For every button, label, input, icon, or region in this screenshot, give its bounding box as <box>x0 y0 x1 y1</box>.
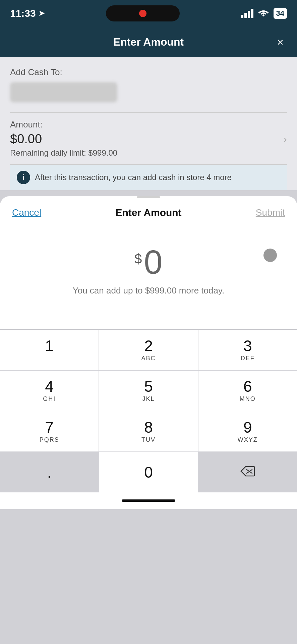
key-1[interactable]: 1 <box>0 330 99 370</box>
key-0[interactable]: 0 <box>99 452 198 492</box>
numeric-keypad: 1 2 ABC 3 DEF 4 GHI 5 JKL 6 MNO 7 PQRS <box>0 329 297 492</box>
location-icon: ➤ <box>39 9 45 18</box>
battery-indicator: 34 <box>274 8 287 19</box>
submit-button[interactable]: Submit <box>256 207 285 218</box>
wifi-icon <box>258 8 269 19</box>
amount-label: Amount: <box>10 119 287 130</box>
daily-limit-text: Remaining daily limit: $999.00 <box>10 148 287 158</box>
amount-display-area: $ 0 <box>0 225 297 285</box>
bottom-sheet: Cancel Enter Amount Submit $ 0 You can a… <box>0 196 297 509</box>
limit-info-text: You can add up to $999.00 more today. <box>0 285 297 309</box>
key-2[interactable]: 2 ABC <box>99 330 198 370</box>
svg-point-0 <box>262 14 264 16</box>
account-info-blurred <box>10 82 117 102</box>
close-button[interactable]: × <box>277 36 284 48</box>
dollar-sign: $ <box>134 251 142 266</box>
background-content: Add Cash To: Amount: $0.00 › Remaining d… <box>0 57 297 190</box>
key-8[interactable]: 8 TUV <box>99 411 198 451</box>
amount-section: Amount: $0.00 › Remaining daily limit: $… <box>10 112 287 158</box>
sheet-title: Enter Amount <box>115 207 181 218</box>
key-3[interactable]: 3 DEF <box>198 330 297 370</box>
sheet-header: Cancel Enter Amount Submit <box>0 198 297 225</box>
time-label: 11:33 <box>10 8 36 19</box>
app-header: Enter Amount × <box>0 27 297 57</box>
home-bar <box>122 499 175 502</box>
key-5[interactable]: 5 JKL <box>99 371 198 411</box>
info-circle-icon[interactable] <box>263 249 277 262</box>
status-indicators: 34 <box>241 8 287 19</box>
page-title: Enter Amount <box>113 36 184 48</box>
key-dot[interactable]: . <box>0 452 99 492</box>
chevron-right-icon: › <box>284 133 287 145</box>
cancel-button[interactable]: Cancel <box>12 207 41 218</box>
amount-row[interactable]: $0.00 › <box>10 132 287 146</box>
key-6[interactable]: 6 MNO <box>198 371 297 411</box>
info-bar: i After this transaction, you can add ca… <box>10 164 287 190</box>
key-4[interactable]: 4 GHI <box>0 371 99 411</box>
dynamic-island <box>106 5 180 21</box>
key-backspace[interactable] <box>198 452 297 492</box>
backspace-icon <box>240 465 255 480</box>
home-indicator <box>0 492 297 509</box>
status-bar: 11:33 ➤ 34 <box>0 0 297 27</box>
status-time: 11:33 ➤ <box>10 8 45 19</box>
keypad-spacer <box>0 309 297 329</box>
key-7[interactable]: 7 PQRS <box>0 411 99 451</box>
key-9[interactable]: 9 WXYZ <box>198 411 297 451</box>
entered-amount: 0 <box>144 245 163 279</box>
recording-indicator <box>139 10 146 17</box>
info-icon: i <box>17 171 30 184</box>
signal-icon <box>241 9 253 18</box>
amount-value: $0.00 <box>10 132 42 146</box>
add-cash-label: Add Cash To: <box>10 67 287 77</box>
info-bar-text: After this transaction, you can add cash… <box>35 173 232 182</box>
